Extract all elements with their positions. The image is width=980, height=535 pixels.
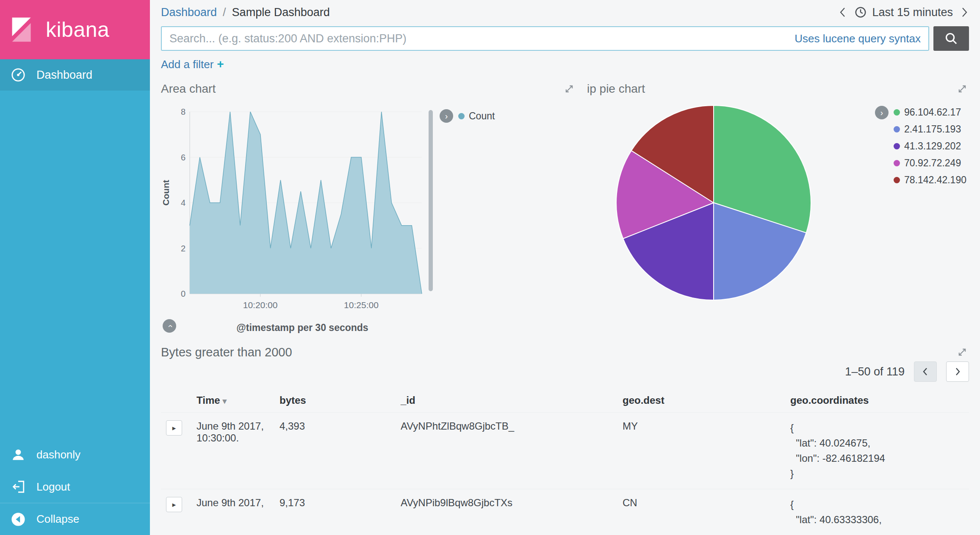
panel-area-chart: Area chart Count 0246810:20:0010:25:00 ›…: [161, 82, 576, 336]
time-range-label: Last 15 minutes: [872, 6, 953, 19]
column-header-bytes[interactable]: bytes: [274, 389, 396, 413]
username-label: dashonly: [36, 448, 80, 461]
svg-text:10:20:00: 10:20:00: [243, 300, 278, 310]
panel-title-ip-pie-chart: ip pie chart: [587, 82, 645, 96]
scrollbar[interactable]: [429, 110, 433, 291]
svg-text:8: 8: [181, 108, 185, 116]
search-button[interactable]: [933, 26, 969, 51]
legend-label: 70.92.72.249: [904, 157, 961, 169]
logout-item[interactable]: Logout: [0, 471, 150, 503]
sidebar-nav: Dashboard: [0, 59, 150, 91]
legend-label: 41.3.129.202: [904, 141, 961, 152]
search-bar: Uses lucene query syntax: [150, 25, 980, 51]
data-table: Time▾ bytes _id geo.dest geo.coordinates…: [161, 389, 969, 535]
legend-position-toggle-button[interactable]: ›: [163, 319, 176, 333]
panel-bytes-table: Bytes greater than 2000 1–50 of 119: [150, 336, 980, 535]
legend-color-dot: [894, 160, 900, 166]
table-header-row: Time▾ bytes _id geo.dest geo.coordinates: [161, 389, 969, 413]
collapse-label: Collapse: [36, 513, 79, 526]
svg-text:4: 4: [181, 198, 185, 207]
search-icon: [944, 31, 958, 46]
main-content: Dashboard / Sample Dashboard Last 15 min…: [150, 0, 980, 535]
logout-label: Logout: [36, 480, 70, 494]
pie-legend-item[interactable]: 41.3.129.202: [894, 141, 966, 152]
column-header-id[interactable]: _id: [396, 389, 617, 413]
sidebar-spacer: [0, 91, 150, 438]
topbar: Dashboard / Sample Dashboard Last 15 min…: [150, 0, 980, 25]
expand-panel-icon[interactable]: [562, 82, 576, 97]
svg-text:6: 6: [181, 153, 185, 162]
panel-title-area-chart: Area chart: [161, 82, 216, 96]
table-row: ▸June 9th 2017, 10:30:00.4,393AVyNPhtZlB…: [161, 413, 969, 489]
geo-coordinates-cell: { "lat": 40.024675, "lon": -82.46182194 …: [785, 413, 969, 489]
x-axis-title: @timestamp per 30 seconds: [175, 322, 429, 334]
legend-color-dot: [894, 143, 900, 149]
add-filter-link[interactable]: Add a filter: [161, 58, 213, 71]
pie-legend-item[interactable]: 70.92.72.249: [894, 157, 966, 169]
pagination-range-label: 1–50 of 119: [845, 365, 905, 378]
panel-ip-pie-chart: ip pie chart › 96.104.62.172.41.175.1934…: [587, 82, 969, 336]
kibana-logo-icon: [9, 16, 37, 44]
legend-toggle-button[interactable]: ›: [875, 106, 889, 119]
kibana-logo[interactable]: kibana: [0, 0, 150, 59]
app-root: kibana Dashboard dashonly: [0, 0, 980, 535]
search-box: Uses lucene query syntax: [161, 26, 929, 51]
breadcrumb-separator: /: [223, 6, 226, 19]
expand-row-button[interactable]: ▸: [166, 420, 182, 436]
pie-legend-item[interactable]: 96.104.62.17: [894, 107, 966, 118]
clock-icon: [854, 6, 867, 19]
pie-legend-item[interactable]: 78.142.42.190: [894, 174, 966, 186]
user-icon: [11, 447, 25, 462]
expand-panel-icon[interactable]: [955, 82, 969, 97]
legend-toggle-button[interactable]: ›: [440, 109, 453, 123]
time-forward-button[interactable]: [961, 6, 969, 19]
previous-page-button[interactable]: [914, 361, 937, 382]
logout-icon: [11, 480, 25, 494]
breadcrumb-current: Sample Dashboard: [232, 6, 330, 19]
area-legend: › Count: [440, 109, 495, 123]
time-back-button[interactable]: [838, 6, 847, 19]
column-header-geo-coordinates[interactable]: geo.coordinates: [785, 389, 969, 413]
expand-panel-icon[interactable]: [955, 345, 969, 361]
collapse-icon: [11, 512, 25, 527]
area-legend-item[interactable]: Count: [458, 110, 495, 122]
geo-dest-cell: MY: [617, 413, 785, 489]
dashboard-icon: [11, 68, 25, 82]
lucene-syntax-link[interactable]: Uses lucene query syntax: [795, 32, 921, 45]
column-header-geo-dest[interactable]: geo.dest: [617, 389, 785, 413]
bytes-cell: 9,173: [274, 489, 396, 535]
time-cell: June 9th 2017, 10:30:00.: [191, 413, 274, 489]
legend-label: 78.142.42.190: [904, 174, 966, 186]
next-page-button[interactable]: [946, 361, 969, 382]
sidebar-item-label: Dashboard: [36, 69, 92, 82]
plus-icon[interactable]: +: [217, 58, 224, 71]
time-picker-button[interactable]: Last 15 minutes: [854, 6, 953, 19]
column-header-time[interactable]: Time▾: [191, 389, 274, 413]
pie-legend-item[interactable]: 2.41.175.193: [894, 124, 966, 135]
geo-coordinates-cell: { "lat": 40.63333306,: [785, 489, 969, 535]
legend-color-dot: [894, 177, 900, 183]
sort-caret-icon: ▾: [223, 397, 227, 405]
search-input[interactable]: [169, 32, 788, 45]
time-controls: Last 15 minutes: [838, 6, 969, 19]
legend-label: Count: [469, 110, 495, 122]
breadcrumb-dashboard-link[interactable]: Dashboard: [161, 6, 217, 19]
bytes-cell: 4,393: [274, 413, 396, 489]
area-chart[interactable]: 0246810:20:0010:25:00: [171, 108, 425, 316]
legend-color-dot: [894, 109, 900, 116]
id-cell: AVyNPhtZlBqw8GjbcTB_: [396, 413, 617, 489]
time-cell: June 9th 2017,: [191, 489, 274, 535]
legend-color-dot: [458, 113, 465, 119]
y-axis-title: Count: [161, 180, 171, 206]
expand-column-header: [161, 389, 191, 413]
svg-text:10:25:00: 10:25:00: [344, 300, 379, 310]
expand-row-button[interactable]: ▸: [166, 497, 182, 512]
svg-text:0: 0: [181, 289, 185, 298]
user-menu-item[interactable]: dashonly: [0, 438, 150, 471]
sidebar-item-dashboard[interactable]: Dashboard: [0, 59, 150, 91]
pie-legend: › 96.104.62.172.41.175.19341.3.129.20270…: [875, 106, 969, 304]
legend-color-dot: [894, 126, 900, 132]
collapse-sidebar-item[interactable]: Collapse: [0, 503, 150, 535]
pie-chart[interactable]: [614, 103, 813, 302]
geo-dest-cell: CN: [617, 489, 785, 535]
